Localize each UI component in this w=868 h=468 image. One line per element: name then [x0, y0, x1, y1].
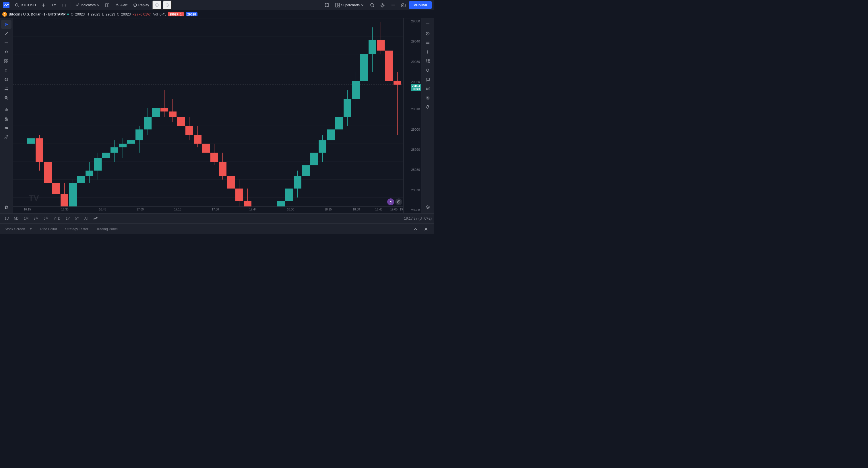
svg-point-41 — [6, 108, 7, 109]
apps-sidebar-btn[interactable] — [423, 57, 433, 65]
plus-icon-2 — [426, 50, 430, 54]
svg-rect-5 — [64, 4, 64, 6]
supercharts-button[interactable]: Supercharts — [332, 2, 367, 9]
svg-point-35 — [5, 79, 6, 80]
lock-tool[interactable] — [1, 115, 11, 123]
tf-1y[interactable]: 1Y — [63, 215, 72, 222]
text-tool[interactable]: T — [1, 66, 11, 75]
time-label-1700: 17:00 — [136, 208, 144, 211]
realtime-icon — [397, 200, 400, 204]
fullscreen-icon — [324, 3, 329, 7]
undo-button[interactable] — [152, 1, 162, 10]
tf-6m[interactable]: 6M — [41, 215, 51, 222]
tf-5d[interactable]: 5D — [12, 215, 21, 222]
alerts-sidebar-btn[interactable] — [423, 103, 433, 112]
chart-area[interactable]: 29050 29040 29030 29020 29023 00:23 2901… — [13, 19, 421, 213]
panel-close-btn[interactable] — [422, 224, 431, 234]
current-price-label: 29023 00:23 — [411, 84, 421, 91]
layout-button[interactable] — [103, 2, 112, 8]
svg-rect-15 — [336, 3, 337, 7]
expand-button[interactable] — [389, 1, 398, 10]
lightbulb-icon — [426, 68, 430, 72]
zoom-tool[interactable] — [1, 94, 11, 102]
ideas-sidebar-btn[interactable] — [423, 66, 433, 75]
trading-button[interactable] — [387, 198, 394, 205]
tf-5y[interactable]: 5Y — [73, 215, 82, 222]
bottom-panel-bar: Stock Screen... ▼ Pine Editor Strategy T… — [0, 224, 434, 234]
compare-button[interactable] — [93, 216, 98, 221]
price-level-29000: 29000 — [404, 128, 421, 131]
bitcoin-icon: ₿ — [2, 12, 7, 17]
broadcast-sidebar-btn[interactable] — [423, 85, 433, 93]
strategy-tester-tab[interactable]: Strategy Tester — [64, 225, 89, 233]
svg-point-58 — [427, 88, 428, 89]
add-sidebar-btn[interactable] — [423, 48, 433, 56]
pattern-tool[interactable] — [1, 57, 11, 65]
link-tool[interactable] — [1, 133, 11, 142]
pine-editor-tab[interactable]: Pine Editor — [39, 225, 58, 233]
tf-ytd[interactable]: YTD — [51, 215, 63, 222]
emoji-icon — [4, 77, 8, 82]
signal-sidebar-btn[interactable] — [423, 94, 433, 102]
watchlist-sidebar-btn[interactable] — [423, 29, 433, 38]
chart-type-sidebar-btn[interactable] — [423, 20, 433, 29]
svg-rect-32 — [7, 61, 8, 63]
chat-sidebar-btn[interactable] — [423, 75, 433, 84]
add-symbol-button[interactable] — [39, 2, 48, 8]
chart-type-button[interactable] — [60, 2, 68, 8]
tf-1m[interactable]: 1M — [22, 215, 31, 222]
delete-tool[interactable] — [1, 203, 11, 212]
ask-price-box: 29028 — [186, 12, 197, 17]
layers-sidebar-btn[interactable] — [423, 203, 433, 212]
measure-icon — [4, 87, 8, 91]
settings-button[interactable] — [378, 1, 387, 10]
anchor-icon — [4, 108, 8, 112]
bottom-panel-controls — [411, 224, 431, 234]
symbol-full-name: Bitcoin / U.S. Dollar · 1 · BITSTAMP — [9, 12, 65, 17]
indicators-button[interactable]: Indicators — [73, 2, 102, 8]
signal-icon — [426, 96, 430, 100]
line-tool[interactable] — [1, 29, 11, 38]
tf-3m[interactable]: 3M — [31, 215, 41, 222]
tf-1d[interactable]: 1D — [2, 215, 11, 222]
emoji-tool[interactable] — [1, 75, 11, 84]
trading-panel-tab[interactable]: Trading Panel — [95, 225, 119, 233]
screenshot-button[interactable] — [399, 1, 408, 10]
visibility-tool[interactable] — [1, 124, 11, 132]
svg-rect-17 — [338, 5, 340, 7]
svg-point-14 — [117, 5, 117, 6]
anchor-tool[interactable] — [1, 105, 11, 114]
symbol-search[interactable]: BTCUSD — [12, 2, 38, 8]
fib-tool[interactable] — [1, 48, 11, 56]
price-level-28960: 28960 — [404, 209, 421, 212]
candlestick-icon — [62, 3, 66, 7]
panel-collapse-btn[interactable] — [411, 224, 420, 234]
change-value: −2 (−0.01%) — [132, 12, 151, 17]
replay-button[interactable]: Replay — [131, 2, 151, 8]
lock-icon — [4, 117, 8, 121]
fullscreen-button[interactable] — [322, 1, 331, 10]
time-axis: 16:1516:3016:4517:0017:1517:3017:4418:00… — [13, 207, 403, 213]
clock-icon — [426, 32, 430, 36]
redo-button[interactable] — [163, 1, 172, 10]
measure-tool[interactable] — [1, 85, 11, 93]
search-button[interactable] — [368, 1, 377, 10]
timeframe-selector[interactable]: 1m — [49, 2, 59, 8]
publish-button[interactable]: Publish — [409, 1, 432, 9]
tf-all[interactable]: All — [82, 215, 90, 222]
data-sidebar-btn[interactable] — [423, 38, 433, 47]
stock-screener-tab[interactable]: Stock Screen... ▼ — [3, 225, 33, 233]
price-scale[interactable]: 29050 29040 29030 29020 29023 00:23 2901… — [403, 19, 421, 213]
undo-icon — [155, 3, 159, 7]
drawing-tool[interactable] — [1, 38, 11, 47]
timeframe-bar: 1D 5D 1M 3M 6M YTD 1Y 5Y All 19:17:37 (U… — [0, 213, 434, 224]
goto-realtime-button[interactable] — [395, 198, 402, 205]
svg-point-43 — [6, 119, 7, 120]
main-layout: T — [0, 19, 434, 213]
svg-rect-55 — [426, 62, 427, 63]
alert-button[interactable]: Alert — [113, 2, 130, 8]
cursor-tool[interactable] — [1, 20, 11, 29]
current-price-area: 29020 29023 00:23 — [404, 80, 421, 91]
svg-rect-12 — [107, 3, 109, 7]
tradingview-logo[interactable] — [2, 1, 10, 9]
